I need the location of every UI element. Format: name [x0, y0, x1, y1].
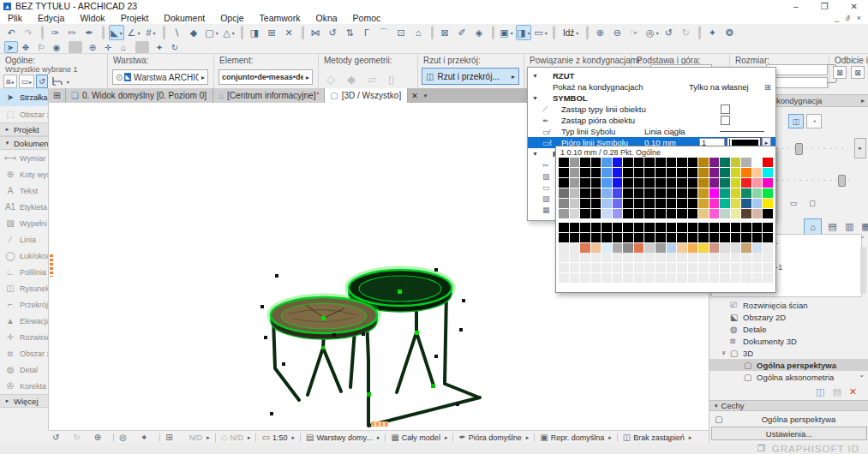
pen-swatch-empty[interactable]	[655, 263, 666, 272]
pen-swatch-empty[interactable]	[688, 263, 698, 272]
pen-swatch-empty[interactable]	[752, 273, 763, 283]
menu-item[interactable]: Plik	[0, 13, 30, 23]
pen-swatch[interactable]	[677, 168, 687, 177]
pen-swatch[interactable]	[602, 199, 612, 208]
pen-swatch[interactable]	[613, 209, 623, 218]
status-item[interactable]	[215, 433, 216, 442]
pen-swatch[interactable]	[559, 178, 569, 188]
pen-swatch-empty[interactable]	[763, 263, 773, 272]
new-viewpoint-icon[interactable]: ◫	[816, 386, 824, 397]
scroll-down-icon[interactable]: ⌄	[859, 371, 865, 379]
undo-icon[interactable]: ↶	[4, 25, 20, 40]
pen-swatch[interactable]	[602, 188, 612, 198]
pen-swatch[interactable]	[698, 168, 709, 177]
pen-swatch-empty[interactable]	[591, 263, 602, 272]
lock-icon[interactable]: △▾	[221, 25, 236, 40]
pen-swatch[interactable]	[752, 209, 763, 218]
pen-swatch[interactable]	[698, 233, 709, 242]
pen-swatch-empty[interactable]	[602, 253, 612, 262]
pen-swatch[interactable]	[644, 178, 655, 188]
rzut-section-header[interactable]: ▼RZUT	[528, 70, 775, 81]
rotate-tool-button[interactable]: ↺	[36, 75, 48, 88]
selection-handle[interactable]	[362, 332, 365, 336]
pen-swatch[interactable]	[634, 178, 644, 188]
pen-swatch[interactable]	[741, 188, 751, 198]
pen-swatch[interactable]	[763, 233, 773, 242]
pen-swatch[interactable]	[570, 243, 580, 253]
view-map-icon[interactable]: ▤	[823, 218, 841, 235]
pen-swatch[interactable]	[655, 209, 666, 218]
pen-swatch[interactable]	[559, 233, 569, 242]
status-previous-zoom[interactable]: ↺	[49, 433, 69, 442]
pen-swatch[interactable]	[752, 158, 763, 167]
pen-swatch[interactable]	[752, 199, 763, 208]
pen-swatch[interactable]	[559, 223, 569, 232]
tool-polilinia[interactable]: ∟ Polilinia	[0, 264, 48, 280]
selection-handle[interactable]	[434, 268, 438, 272]
pen-swatch-empty[interactable]	[591, 273, 602, 283]
pen-swatch-empty[interactable]	[677, 263, 687, 272]
pen-swatch[interactable]	[580, 188, 590, 198]
split-icon[interactable]: ◨	[248, 25, 263, 40]
groups-icon[interactable]: ▢▾	[204, 25, 219, 40]
clone-folder-icon[interactable]: ◫	[788, 114, 804, 128]
override-line-types-checkbox[interactable]	[721, 105, 730, 114]
pen-swatch[interactable]	[731, 209, 741, 218]
pen-swatch[interactable]	[602, 168, 612, 177]
pen-swatch[interactable]	[763, 209, 773, 218]
walk-mode-icon[interactable]: ✥	[20, 41, 33, 53]
fillet-icon[interactable]: ⌒	[377, 25, 392, 40]
pen-swatch-empty[interactable]	[634, 273, 644, 283]
pen-swatch-empty[interactable]	[667, 263, 677, 272]
2d-window-icon[interactable]: ▣▾	[499, 25, 514, 40]
pen-swatch[interactable]	[602, 158, 612, 167]
pen-swatch[interactable]	[720, 199, 730, 208]
pen-swatch-empty[interactable]	[741, 253, 751, 262]
zoom-out-icon[interactable]: ⊖	[610, 25, 626, 40]
status-item[interactable]	[255, 433, 256, 442]
layout-window-icon[interactable]: ▭▾	[533, 25, 548, 40]
symbol-section-header[interactable]: ▼SYMBOL	[528, 93, 775, 104]
pen-swatch[interactable]	[731, 243, 741, 253]
status-pens[interactable]: ✒ Pióra domyślne ▸	[455, 433, 532, 442]
doc-minimize-button[interactable]: _	[835, 14, 839, 22]
pen-swatch[interactable]	[591, 233, 602, 242]
pen-swatch-empty[interactable]	[741, 273, 751, 283]
toolbar-icon[interactable]	[135, 41, 149, 53]
override-pens-row[interactable]: ✒ Zastąp pióra obiektu	[528, 115, 775, 126]
object-chair-icon[interactable]	[50, 75, 65, 88]
tool-obszar-2d[interactable]: ⧈ Obszar z	[0, 345, 48, 361]
pen-swatch[interactable]	[731, 199, 741, 208]
pen-swatch[interactable]	[752, 168, 763, 177]
selection-handle[interactable]	[456, 403, 459, 406]
pen-swatch[interactable]	[763, 178, 773, 188]
pen-swatch[interactable]	[559, 158, 569, 167]
panel-splitter-handle[interactable]	[50, 254, 53, 277]
status-model-filter[interactable]: ▦ Cały model ▸	[387, 433, 451, 442]
tool-linia[interactable]: ∕ Linia	[0, 231, 48, 248]
status-next-zoom[interactable]: ↻	[69, 433, 90, 442]
toolbar-icon[interactable]	[698, 26, 701, 39]
snap-guides-icon[interactable]: ∠▾	[126, 25, 141, 40]
inject-parameters-icon[interactable]: ✏	[65, 25, 81, 40]
status-item[interactable]	[300, 433, 301, 442]
graphisoft-window-icon[interactable]: ❐	[757, 444, 765, 453]
walk-icon[interactable]: ✦	[705, 25, 721, 40]
toolbar-icon[interactable]	[69, 41, 82, 53]
pen-swatch[interactable]	[677, 188, 687, 198]
pen-swatch[interactable]	[720, 223, 730, 232]
pen-swatch[interactable]	[763, 199, 773, 208]
default-settings-button[interactable]: ⧈▸	[3, 75, 17, 88]
pen-swatch-empty[interactable]	[623, 273, 633, 283]
pen-swatch[interactable]	[644, 158, 655, 167]
pen-swatch[interactable]	[741, 178, 751, 188]
pen-swatch[interactable]	[580, 158, 590, 167]
fit-in-window-icon[interactable]: ⊕	[87, 41, 100, 53]
selection-handle[interactable]	[462, 299, 465, 302]
pen-swatch[interactable]	[644, 199, 655, 208]
pen-swatch[interactable]	[634, 188, 644, 198]
intersect-icon[interactable]: ✕	[282, 25, 297, 40]
selection-settings-button[interactable]: ▭▸	[19, 75, 35, 88]
next-view-icon[interactable]: ↻	[679, 25, 694, 40]
tool-dropdown-icon[interactable]: ▾	[67, 79, 69, 85]
